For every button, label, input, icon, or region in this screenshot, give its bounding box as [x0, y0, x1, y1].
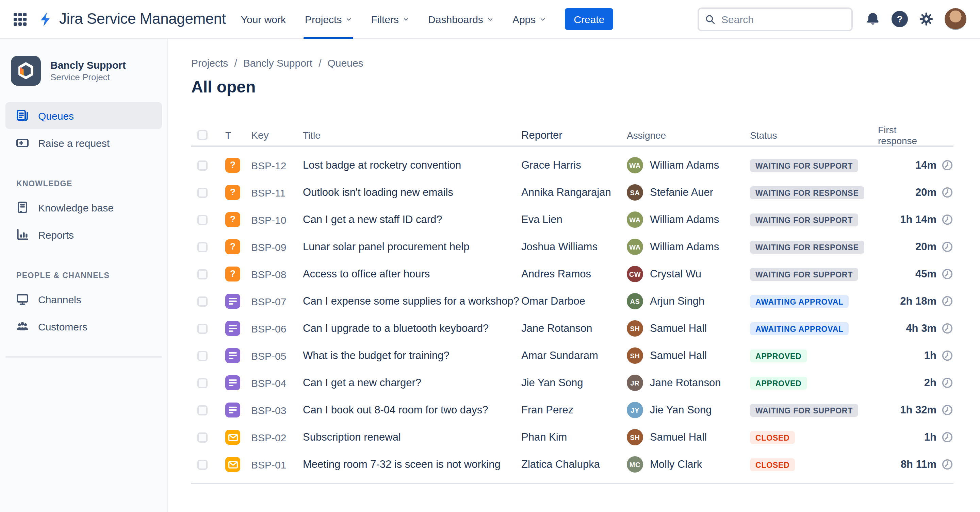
breadcrumb-project-name[interactable]: Bancly Support	[243, 57, 312, 69]
table-row[interactable]: ? BSP-05 What is the budget for training…	[191, 342, 953, 369]
row-checkbox[interactable]	[197, 187, 208, 198]
breadcrumb-separator: /	[234, 57, 237, 69]
issue-key[interactable]: BSP-12	[251, 159, 303, 171]
row-checkbox[interactable]	[197, 242, 208, 252]
assignee-cell: CW Crystal Wu	[627, 266, 750, 282]
nav-your-work[interactable]: Your work	[231, 0, 295, 38]
table-row[interactable]: ? BSP-04 Can I get a new charger? Jie Ya…	[191, 369, 953, 396]
issue-title[interactable]: Can I expense some supplies for a worksh…	[303, 295, 519, 308]
project-switcher[interactable]: Bancly Support Service Project	[0, 56, 167, 86]
assignee-name: Crystal Wu	[650, 268, 701, 280]
row-checkbox[interactable]	[197, 432, 208, 442]
breadcrumb-queues[interactable]: Queues	[328, 57, 363, 69]
issue-title[interactable]: What is the budget for training?	[303, 349, 450, 362]
first-response-time: 1h	[924, 431, 937, 443]
issue-key[interactable]: BSP-04	[251, 377, 303, 388]
user-avatar[interactable]	[945, 8, 966, 30]
row-checkbox[interactable]	[197, 350, 208, 361]
row-checkbox[interactable]	[197, 323, 208, 333]
issue-title[interactable]: Lost badge at rocketry convention	[303, 159, 461, 171]
sidebar-item-reports[interactable]: Reports	[5, 221, 162, 248]
issue-reporter: Andres Ramos	[521, 268, 627, 280]
select-all-checkbox[interactable]	[197, 130, 208, 140]
app-switcher-icon[interactable]	[14, 13, 27, 25]
request-type-icon: ?	[225, 321, 240, 336]
issue-key[interactable]: BSP-11	[251, 187, 303, 198]
project-name: Bancly Support	[50, 59, 126, 71]
queue-table: T Key Title Reporter Assignee Status Fir…	[191, 124, 953, 484]
issue-title[interactable]: Outlook isn't loading new emails	[303, 186, 453, 198]
row-checkbox[interactable]	[197, 269, 208, 279]
nav-dashboards[interactable]: Dashboards	[418, 0, 503, 38]
row-checkbox[interactable]	[197, 378, 208, 388]
issue-key[interactable]: BSP-10	[251, 214, 303, 225]
notifications-bell-icon[interactable]	[865, 11, 881, 27]
table-row[interactable]: ? BSP-01 Meeting room 7-32 is sceen is n…	[191, 451, 953, 478]
issue-title[interactable]: Subscription renewal	[303, 431, 401, 443]
search-input[interactable]	[698, 7, 853, 31]
page-title: All open	[191, 78, 980, 97]
help-icon[interactable]: ?	[891, 11, 908, 27]
topbar-right-cluster: ?	[698, 7, 966, 31]
table-row[interactable]: ? BSP-09 Lunar solar panel procurement h…	[191, 233, 953, 260]
status-badge: AWAITING APPROVAL	[750, 295, 849, 308]
issue-title[interactable]: Meeting room 7-32 is sceen is not workin…	[303, 458, 501, 471]
sidebar-item-raise-a-request[interactable]: Raise a request	[5, 129, 162, 156]
issue-key[interactable]: BSP-01	[251, 459, 303, 470]
first-response-time: 20m	[915, 186, 937, 198]
issue-reporter: Phan Kim	[521, 431, 627, 443]
sidebar-item-knowledge-base[interactable]: Knowledge base	[5, 194, 162, 221]
issue-key[interactable]: BSP-02	[251, 431, 303, 443]
issue-reporter: Zlatica Chalupka	[521, 458, 627, 471]
issue-key[interactable]: BSP-07	[251, 295, 303, 307]
issue-title[interactable]: Can I book out 8-04 room for two days?	[303, 404, 488, 416]
issue-reporter: Omar Darboe	[521, 295, 627, 308]
settings-gear-icon[interactable]	[919, 11, 934, 27]
clock-icon	[941, 214, 953, 226]
clock-icon	[941, 186, 953, 198]
issue-title[interactable]: Access to office after hours	[303, 268, 430, 280]
nav-filters[interactable]: Filters	[361, 0, 418, 38]
assignee-avatar: WA	[627, 211, 643, 228]
table-row[interactable]: ? BSP-08 Access to office after hours An…	[191, 260, 953, 288]
nav-apps[interactable]: Apps	[503, 0, 555, 38]
assignee-avatar: SH	[627, 429, 643, 445]
sidebar-item-channels[interactable]: Channels	[5, 285, 162, 313]
assignee-cell: WA William Adams	[627, 239, 750, 255]
status-badge: WAITING FOR RESPONSE	[750, 240, 864, 253]
row-checkbox[interactable]	[197, 405, 208, 415]
issue-key[interactable]: BSP-05	[251, 350, 303, 361]
table-row[interactable]: ? BSP-12 Lost badge at rocketry conventi…	[191, 152, 953, 179]
assignee-name: Samuel Hall	[650, 431, 707, 443]
breadcrumb-projects[interactable]: Projects	[191, 57, 228, 69]
issue-key[interactable]: BSP-08	[251, 268, 303, 280]
top-navigation-bar: Jira Service Management Your workProject…	[0, 0, 980, 39]
issue-title[interactable]: Lunar solar panel procurement help	[303, 241, 469, 253]
table-row[interactable]: ? BSP-03 Can I book out 8-04 room for tw…	[191, 396, 953, 423]
row-checkbox[interactable]	[197, 296, 208, 306]
issue-key[interactable]: BSP-09	[251, 241, 303, 253]
table-row[interactable]: ? BSP-02 Subscription renewal Phan Kim S…	[191, 423, 953, 451]
table-row[interactable]: ? BSP-06 Can I upgrade to a bluetooth ke…	[191, 315, 953, 342]
table-row[interactable]: ? BSP-11 Outlook isn't loading new email…	[191, 179, 953, 206]
create-button[interactable]: Create	[565, 8, 613, 30]
row-checkbox[interactable]	[197, 160, 208, 170]
assignee-name: William Adams	[650, 241, 719, 253]
table-row[interactable]: ? BSP-10 Can I get a new staff ID card? …	[191, 206, 953, 233]
issue-title[interactable]: Can I upgrade to a bluetooth keyboard?	[303, 322, 488, 334]
row-checkbox[interactable]	[197, 459, 208, 469]
sidebar-item-customers[interactable]: Customers	[5, 313, 162, 340]
jira-logo-icon	[38, 11, 54, 27]
table-row[interactable]: ? BSP-07 Can I expense some supplies for…	[191, 288, 953, 315]
issue-key[interactable]: BSP-06	[251, 323, 303, 334]
product-brand[interactable]: Jira Service Management	[38, 10, 226, 28]
issue-title[interactable]: Can I get a new staff ID card?	[303, 214, 442, 226]
issue-key[interactable]: BSP-03	[251, 404, 303, 416]
search-icon	[705, 13, 716, 25]
issue-title[interactable]: Can I get a new charger?	[303, 377, 421, 389]
row-checkbox[interactable]	[197, 214, 208, 225]
table-header-row: T Key Title Reporter Assignee Status Fir…	[191, 124, 953, 147]
chevron-down-icon	[540, 16, 546, 22]
nav-projects[interactable]: Projects	[295, 0, 361, 38]
sidebar-item-queues[interactable]: Queues	[5, 102, 162, 129]
